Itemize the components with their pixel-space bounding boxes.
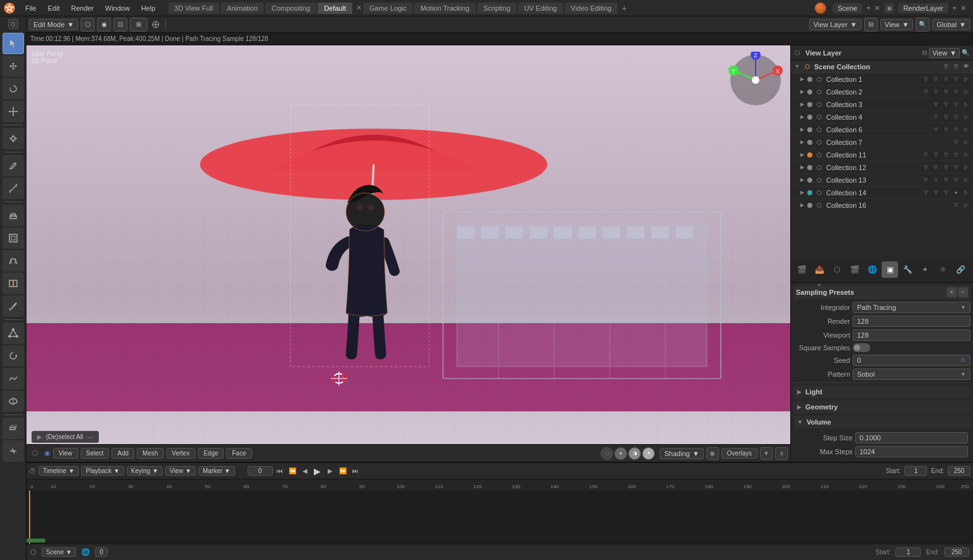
prop-physics-icon[interactable]: ⚛ xyxy=(935,261,951,278)
col14-r3[interactable]: ▽ xyxy=(941,188,950,197)
col16-eye[interactable]: ▷ xyxy=(962,201,970,210)
col3-r3[interactable]: ▽ xyxy=(952,100,960,109)
col11-eye[interactable]: ▷ xyxy=(962,151,970,159)
mode-dropdown[interactable]: Edit Mode ▼ xyxy=(29,19,78,30)
tab-game-logic[interactable]: Game Logic xyxy=(363,3,413,14)
outliner-collection-2[interactable]: ▶ ⬡ Collection 2 ▽ ▽ ▽ ▽ ▷ xyxy=(791,86,973,98)
prev-frame-btn[interactable]: ◀ xyxy=(299,466,311,477)
sc-restrict-render[interactable]: ▽ xyxy=(941,62,950,71)
vertex-menu-btn[interactable]: Vertex xyxy=(166,448,195,459)
end-frame-input[interactable] xyxy=(948,466,970,476)
outliner-collection-4[interactable]: ▶ ⬡ Collection 4 ▽ ▽ ▽ ▷ xyxy=(791,111,973,123)
tool-extrude[interactable] xyxy=(3,205,24,226)
tool-cursor[interactable] xyxy=(3,33,24,54)
col16-r1[interactable]: ▽ xyxy=(952,201,960,210)
render-samples-value[interactable]: 128 xyxy=(853,316,970,327)
col14-r4[interactable]: ● xyxy=(952,188,960,197)
next-frame-btn[interactable]: ▶ xyxy=(325,466,336,477)
outliner-collection-16[interactable]: ▶ ⬡ Collection 16 ▽ ▷ xyxy=(791,199,973,212)
view-menu-btn[interactable]: View xyxy=(53,448,78,459)
volume-section-header[interactable]: ▼ Volume xyxy=(793,416,970,428)
col2-r3[interactable]: ▽ xyxy=(941,88,950,96)
start-frame-input[interactable] xyxy=(904,466,927,476)
mesh-menu-btn[interactable]: Mesh xyxy=(137,448,163,459)
tab-compositing[interactable]: Compositing xyxy=(265,3,316,14)
col11-r3[interactable]: ▽ xyxy=(941,151,950,159)
outliner-collection-13[interactable]: ▶ ⬡ Collection 13 ▽ ▽ ▽ ▽ ▷ xyxy=(791,174,973,186)
scene-add-btn[interactable]: + xyxy=(866,4,870,13)
outliner-collection-7[interactable]: ▶ ⬡ Collection 7 ▽ ▷ xyxy=(791,136,973,149)
outliner-collection-12[interactable]: ▶ ⬡ Collection 12 ▽ ▽ ▽ ▽ ▷ xyxy=(791,161,973,174)
transform-pivot[interactable]: ⊞ xyxy=(130,18,147,31)
col13-eye[interactable]: ▷ xyxy=(962,176,970,185)
menu-help[interactable]: Help xyxy=(136,3,161,13)
current-frame-display[interactable]: 0 xyxy=(248,466,273,476)
col13-r4[interactable]: ▽ xyxy=(952,176,960,185)
bottom-view-dropdown[interactable]: 0 xyxy=(95,547,108,557)
col7-eye[interactable]: ▷ xyxy=(962,138,970,147)
tool-measure[interactable] xyxy=(3,178,24,199)
col6-expand[interactable]: ▶ xyxy=(798,126,806,134)
col12-eye[interactable]: ▷ xyxy=(962,163,970,172)
jump-forward-btn[interactable]: ⏩ xyxy=(337,466,348,477)
viewport-samples-value[interactable]: 128 xyxy=(853,329,970,341)
tool-rotate[interactable] xyxy=(3,78,24,100)
playback-dropdown[interactable]: Playback ▼ xyxy=(81,466,124,476)
col4-r1[interactable]: ▽ xyxy=(931,113,940,122)
outliner-collection-3[interactable]: ▶ ⬡ Collection 3 ▽ ▽ ▽ ▷ xyxy=(791,98,973,111)
global-dropdown[interactable]: Global ▼ xyxy=(932,19,970,30)
col14-r2[interactable]: ▽ xyxy=(931,188,940,197)
tool-inset[interactable] xyxy=(3,227,24,249)
outliner-collection-1[interactable]: ▶ ⬡ Collection 1 ▽ ▽ ▽ ▽ ▷ xyxy=(791,73,973,86)
prop-modifier-icon[interactable]: 🔧 xyxy=(899,261,916,278)
tab-default[interactable]: Default xyxy=(318,3,352,14)
lookdev-shading-btn[interactable]: ◑ xyxy=(628,447,641,460)
tool-knife[interactable] xyxy=(3,295,24,317)
prop-world-icon[interactable]: 🌐 xyxy=(864,261,880,278)
col4-expand[interactable]: ▶ xyxy=(798,113,806,121)
col12-r4[interactable]: ▽ xyxy=(952,163,960,172)
tool-shear[interactable] xyxy=(3,418,24,439)
col11-r4[interactable]: ▽ xyxy=(952,151,960,159)
tool-poly-build[interactable] xyxy=(3,323,24,344)
menu-render[interactable]: Render xyxy=(66,3,99,13)
wireframe-shading-btn[interactable]: ⬡ xyxy=(601,447,613,460)
outliner-filter-icon[interactable]: ⊟ xyxy=(922,49,927,56)
col12-r3[interactable]: ▽ xyxy=(941,163,950,172)
col3-r2[interactable]: ▽ xyxy=(941,100,950,109)
sc-restrict-viewport[interactable]: ▽ xyxy=(952,62,960,71)
search-icon[interactable]: 🔍 xyxy=(916,18,930,31)
tool-spin[interactable] xyxy=(3,345,24,367)
outliner-collection-14[interactable]: ▶ ⬡ Collection 14 ▽ ▽ ▽ ● ▷ xyxy=(791,186,973,199)
col1-r1[interactable]: ▽ xyxy=(921,75,930,84)
sc-visibility[interactable]: 👁 xyxy=(962,62,970,71)
sampling-remove-btn[interactable]: − xyxy=(958,287,968,297)
tool-move[interactable] xyxy=(3,55,24,77)
scene-collection-expand[interactable]: ▼ xyxy=(793,63,801,71)
col6-r3[interactable]: ▽ xyxy=(952,125,960,134)
outliner-collection-6[interactable]: ▶ ⬡ Collection 6 ▽ ▽ ▽ ▷ xyxy=(791,123,973,136)
step-size-value[interactable]: 0.1000 xyxy=(855,432,968,443)
col14-r1[interactable]: ▽ xyxy=(921,188,930,197)
prop-output-icon[interactable]: 📤 xyxy=(811,261,827,278)
add-workspace-btn[interactable]: + xyxy=(619,3,629,13)
col1-eye[interactable]: ▷ xyxy=(962,75,970,84)
bottom-end-frame[interactable]: 250 xyxy=(944,547,969,557)
render-layer-add-btn[interactable]: + xyxy=(952,4,957,13)
orientation-gizmo[interactable]: X Y Z xyxy=(727,52,784,108)
col2-r1[interactable]: ▽ xyxy=(921,88,930,96)
scene-selector[interactable]: Scene xyxy=(832,3,862,13)
tool-annotate[interactable] xyxy=(3,155,24,176)
render-layer-selector[interactable]: RenderLayer xyxy=(898,3,948,13)
col1-r4[interactable]: ▽ xyxy=(952,75,960,84)
tool-loop-cut[interactable] xyxy=(3,273,24,294)
col1-r2[interactable]: ▽ xyxy=(931,75,940,84)
col14-expand[interactable]: ▶ xyxy=(798,189,806,197)
col2-eye[interactable]: ▷ xyxy=(962,88,970,96)
max-steps-value[interactable]: 1024 xyxy=(855,446,968,457)
overlays-btn[interactable]: Overlays xyxy=(722,448,757,459)
col6-r2[interactable]: ▽ xyxy=(941,125,950,134)
col12-r2[interactable]: ▽ xyxy=(931,163,940,172)
tab-3d-view-full[interactable]: 3D View Full xyxy=(168,3,220,14)
geometry-section-header[interactable]: ▶ Geometry xyxy=(793,401,970,413)
